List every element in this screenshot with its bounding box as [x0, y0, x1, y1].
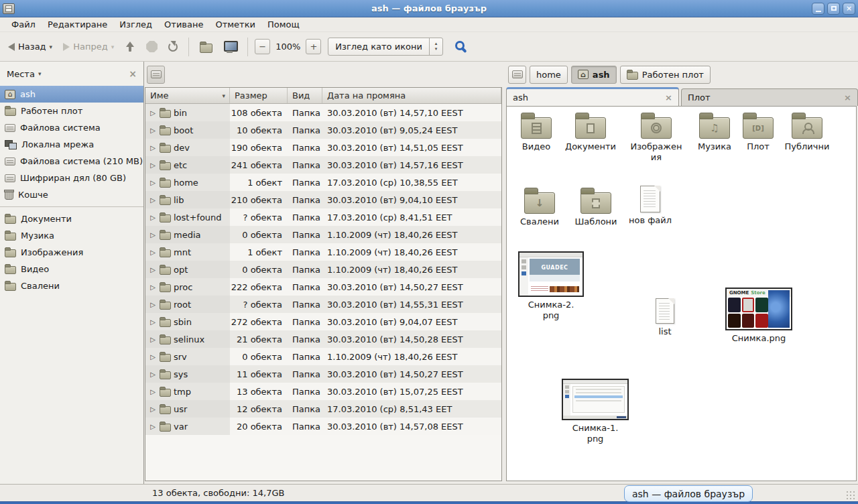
- zoom-in-button[interactable]: +: [306, 39, 321, 54]
- icon-view[interactable]: Видео Документи Изображен ия ♫ Музика [D…: [506, 106, 857, 481]
- table-row[interactable]: ▷media 0 обекта Папка 1.10.2009 (чт) 18,…: [145, 226, 501, 243]
- file-item-new-file[interactable]: нов файл: [619, 184, 681, 226]
- expander-icon[interactable]: ▷: [149, 144, 157, 151]
- view-mode-select[interactable]: Изглед като икони ▴▾: [328, 38, 443, 56]
- spinner-icon[interactable]: ▴▾: [429, 38, 442, 55]
- expander-icon[interactable]: ▷: [149, 231, 157, 239]
- path-root-button[interactable]: [508, 66, 526, 84]
- expander-icon[interactable]: ▷: [149, 179, 157, 186]
- expander-icon[interactable]: ▷: [149, 127, 157, 134]
- expander-icon[interactable]: ▷: [149, 214, 157, 221]
- zoom-out-button[interactable]: −: [255, 39, 270, 54]
- sidebar-item-home[interactable]: ⌂ ash: [0, 86, 143, 103]
- expander-icon[interactable]: ▷: [149, 109, 157, 117]
- sidebar-item-pictures[interactable]: Изображения: [0, 244, 143, 261]
- expander-icon[interactable]: ▷: [149, 423, 157, 430]
- menu-view[interactable]: Изглед: [113, 18, 158, 31]
- sidebar-item-videos[interactable]: Видео: [0, 261, 143, 277]
- expander-icon[interactable]: ▷: [149, 336, 157, 343]
- table-row[interactable]: ▷mnt 1 обект Папка 1.10.2009 (чт) 18,40,…: [145, 243, 501, 261]
- table-row[interactable]: ▷srv 0 обекта Папка 1.10.2009 (чт) 18,40…: [145, 348, 501, 365]
- computer-button[interactable]: [219, 38, 241, 56]
- folder-item-public[interactable]: Публични: [776, 112, 838, 152]
- file-item-snimka1[interactable]: Снимка-1. png: [560, 379, 630, 445]
- sidebar-item-encrypted-80gb[interactable]: Шифриран дял (80 GB): [0, 170, 143, 186]
- expander-icon[interactable]: ▷: [149, 301, 157, 308]
- reload-button[interactable]: [164, 39, 182, 55]
- menu-file[interactable]: Файл: [5, 18, 42, 31]
- table-row[interactable]: ▷lost+found ? обекта Папка 17.03.2010 (с…: [145, 208, 501, 226]
- sidebar-item-desktop[interactable]: Работен плот: [0, 103, 143, 119]
- expander-icon[interactable]: ▷: [149, 249, 157, 256]
- folder-item-documents[interactable]: Документи: [560, 112, 621, 152]
- sidebar-item-filesystem[interactable]: Файлова система: [0, 119, 143, 136]
- sidebar-item-downloads[interactable]: Свалени: [0, 277, 143, 294]
- tab-desktop[interactable]: Плот ×: [681, 88, 858, 106]
- table-row[interactable]: ▷sys 11 обекта Папка 30.03.2010 (вт) 14,…: [145, 365, 501, 383]
- expander-icon[interactable]: ▷: [149, 318, 157, 326]
- column-header-type[interactable]: Вид: [288, 88, 322, 103]
- file-item-snimka[interactable]: GNOME Store Снимка.png: [723, 288, 795, 344]
- expander-icon[interactable]: ▷: [149, 371, 157, 378]
- file-item-list[interactable]: list: [634, 297, 696, 337]
- tab-close-icon[interactable]: ×: [665, 92, 672, 103]
- table-row[interactable]: ▷opt 0 обекта Папка 1.10.2009 (чт) 18,40…: [145, 261, 501, 278]
- menu-help[interactable]: Помощ: [261, 18, 306, 31]
- column-header-size[interactable]: Размер: [230, 88, 288, 103]
- path-home-button[interactable]: home: [530, 66, 568, 84]
- tab-close-icon[interactable]: ×: [844, 92, 851, 103]
- expander-icon[interactable]: ▷: [149, 162, 157, 169]
- sidebar-item-network[interactable]: Локална мрежа: [0, 136, 143, 153]
- search-button[interactable]: [446, 38, 473, 56]
- sidebar-item-trash[interactable]: Кошче: [0, 186, 143, 203]
- expander-icon[interactable]: ▷: [149, 405, 157, 413]
- table-row[interactable]: ▷home 1 обект Папка 17.03.2010 (ср) 10,3…: [145, 174, 501, 191]
- table-row[interactable]: ▷usr 12 обекта Папка 17.03.2010 (ср) 8,5…: [145, 400, 501, 418]
- table-row[interactable]: ▷bin 108 обекта Папка 30.03.2010 (вт) 14…: [145, 104, 501, 121]
- table-row[interactable]: ▷selinux 21 обекта Папка 30.03.2010 (вт)…: [145, 330, 501, 348]
- back-dropdown-icon[interactable]: ▾: [50, 44, 53, 50]
- folder-item-templates[interactable]: Шаблони: [565, 187, 627, 227]
- expander-icon[interactable]: ▷: [149, 266, 157, 273]
- path-ash-button[interactable]: ⌂ ash: [571, 66, 617, 84]
- up-button[interactable]: [121, 38, 139, 56]
- sidebar-item-music[interactable]: Музика: [0, 227, 143, 244]
- menu-bookmarks[interactable]: Отметки: [209, 18, 261, 31]
- table-row[interactable]: ▷lib 210 обекта Папка 30.03.2010 (вт) 9,…: [145, 191, 501, 208]
- column-header-name[interactable]: Име ▾: [145, 88, 230, 103]
- file-item-snimka2[interactable]: GUADEC Снимка-2. png: [516, 251, 586, 322]
- back-button[interactable]: Назад ▾: [4, 38, 56, 55]
- sidebar-item-volume-210mb[interactable]: Файлова система (210 MB): [0, 153, 143, 170]
- home-button[interactable]: [196, 38, 217, 56]
- menu-edit[interactable]: Редактиране: [42, 18, 113, 31]
- sidebar-item-documents[interactable]: Документи: [0, 210, 143, 227]
- table-row[interactable]: ▷var 20 обекта Папка 30.03.2010 (вт) 14,…: [145, 418, 501, 435]
- table-row[interactable]: ▷dev 190 обекта Папка 30.03.2010 (вт) 14…: [145, 139, 501, 156]
- column-header-date[interactable]: Дата на промяна: [322, 88, 501, 103]
- expander-icon[interactable]: ▷: [149, 284, 157, 291]
- table-row[interactable]: ▷root ? обекта Папка 30.03.2010 (вт) 14,…: [145, 296, 501, 313]
- menu-go[interactable]: Отиване: [158, 18, 209, 31]
- title-bar[interactable]: ash — файлов браузър ×: [0, 0, 858, 17]
- maximize-button[interactable]: [827, 3, 840, 15]
- sidebar-close-icon[interactable]: ×: [129, 68, 137, 79]
- folder-item-downloads[interactable]: ↓ Свалени: [509, 187, 570, 227]
- minimize-button[interactable]: [812, 3, 824, 15]
- close-button[interactable]: ×: [843, 3, 855, 15]
- folder-item-pictures[interactable]: Изображен ия: [625, 112, 687, 164]
- tab-ash[interactable]: ash ×: [506, 87, 679, 106]
- expander-icon[interactable]: ▷: [149, 196, 157, 204]
- table-row[interactable]: ▷sbin 272 обекта Папка 30.03.2010 (вт) 9…: [145, 313, 501, 330]
- resize-grip[interactable]: [846, 491, 855, 500]
- table-row[interactable]: ▷proc 222 обекта Папка 30.03.2010 (вт) 1…: [145, 278, 501, 296]
- table-row[interactable]: ▷etc 241 обекта Папка 30.03.2010 (вт) 14…: [145, 156, 501, 174]
- expander-icon[interactable]: ▷: [149, 388, 157, 395]
- sidebar-mode-dropdown-icon[interactable]: ▾: [38, 70, 42, 77]
- table-row[interactable]: ▷tmp 13 обекта Папка 30.03.2010 (вт) 15,…: [145, 383, 501, 400]
- path-desktop-button[interactable]: Работен плот: [620, 66, 711, 84]
- folder-item-videos[interactable]: Видео: [506, 112, 567, 152]
- table-row[interactable]: ▷boot 10 обекта Папка 30.03.2010 (вт) 9,…: [145, 121, 501, 139]
- forward-button[interactable]: Напред ▾: [59, 38, 118, 55]
- root-location-button[interactable]: [147, 66, 165, 84]
- expander-icon[interactable]: ▷: [149, 353, 157, 361]
